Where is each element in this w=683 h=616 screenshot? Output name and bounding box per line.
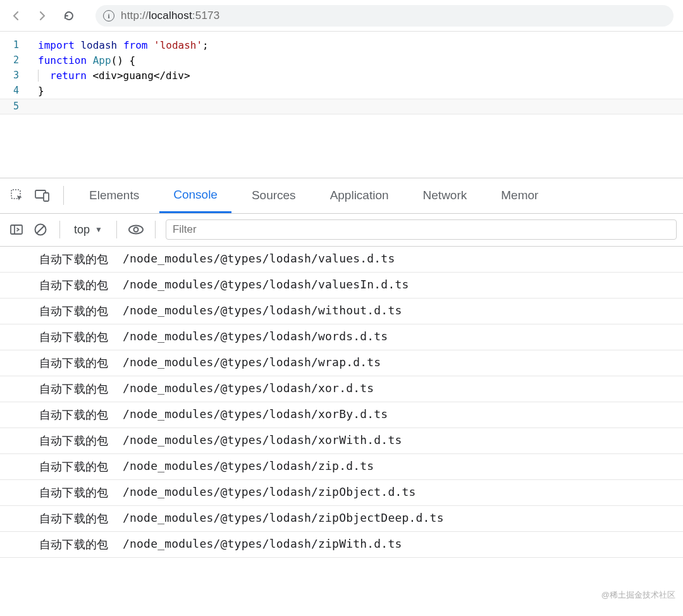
clear-console-icon[interactable]	[32, 221, 49, 238]
code-content: function App() {	[38, 53, 135, 68]
line-number: 1	[0, 38, 38, 53]
device-toggle-icon[interactable]	[33, 186, 52, 205]
message-path: /node_modules/@types/lodash/valuesIn.d.t…	[123, 278, 409, 293]
svg-rect-3	[11, 225, 22, 234]
message-path: /node_modules/@types/lodash/zip.d.ts	[123, 459, 374, 474]
message-prefix: 自动下载的包	[39, 511, 114, 526]
code-line: 3 return <div>guang</div>	[0, 68, 683, 83]
message-path: /node_modules/@types/lodash/xor.d.ts	[123, 381, 374, 397]
console-message[interactable]: 自动下载的包/node_modules/@types/lodash/values…	[0, 273, 683, 299]
line-number: 4	[0, 83, 38, 99]
message-path: /node_modules/@types/lodash/zipObjectDee…	[123, 511, 444, 526]
divider	[155, 221, 156, 238]
forward-button[interactable]	[36, 9, 51, 22]
console-message[interactable]: 自动下载的包/node_modules/@types/lodash/xorWit…	[0, 428, 683, 454]
message-path: /node_modules/@types/lodash/words.d.ts	[123, 330, 388, 345]
svg-rect-2	[44, 193, 49, 201]
code-editor[interactable]: 1 import lodash from 'lodash'; 2 functio…	[0, 32, 683, 127]
message-prefix: 自动下载的包	[39, 304, 114, 319]
code-line: 4 }	[0, 83, 683, 99]
tab-console[interactable]: Console	[159, 178, 231, 213]
code-content: import lodash from 'lodash';	[38, 38, 209, 53]
message-prefix: 自动下载的包	[39, 433, 114, 448]
code-line: 2 function App() {	[0, 53, 683, 68]
code-content: }	[38, 83, 44, 99]
message-prefix: 自动下载的包	[39, 381, 114, 397]
watermark: @稀土掘金技术社区	[601, 589, 675, 601]
divider	[59, 221, 60, 238]
url-text: http://localhost:5173	[121, 9, 219, 22]
back-button[interactable]	[9, 9, 25, 22]
message-path: /node_modules/@types/lodash/zipObject.d.…	[123, 485, 416, 500]
console-message[interactable]: 自动下载的包/node_modules/@types/lodash/xor.d.…	[0, 376, 683, 402]
devtools-panel: Elements Console Sources Application Net…	[0, 178, 683, 558]
chevron-down-icon: ▼	[95, 225, 102, 234]
message-path: /node_modules/@types/lodash/xorWith.d.ts	[123, 433, 402, 448]
code-line-active: 5	[0, 99, 683, 114]
code-content: return <div>guang</div>	[38, 68, 190, 83]
message-prefix: 自动下载的包	[39, 537, 114, 552]
svg-line-6	[37, 226, 44, 233]
console-message[interactable]: 自动下载的包/node_modules/@types/lodash/xorBy.…	[0, 402, 683, 428]
inspect-icon[interactable]	[8, 186, 27, 205]
tab-application[interactable]: Application	[316, 178, 403, 213]
live-expression-icon[interactable]	[127, 221, 145, 238]
message-path: /node_modules/@types/lodash/zipWith.d.ts	[123, 537, 402, 552]
console-message[interactable]: 自动下载的包/node_modules/@types/lodash/words.…	[0, 324, 683, 350]
svg-point-7	[129, 226, 143, 234]
console-output: 自动下载的包/node_modules/@types/lodash/values…	[0, 247, 683, 558]
tab-sources[interactable]: Sources	[238, 178, 310, 213]
reload-button[interactable]	[63, 9, 78, 22]
console-toolbar: top ▼	[0, 214, 683, 247]
message-prefix: 自动下载的包	[39, 330, 114, 345]
message-prefix: 自动下载的包	[39, 485, 114, 500]
console-message[interactable]: 自动下载的包/node_modules/@types/lodash/zipObj…	[0, 506, 683, 532]
console-message[interactable]: 自动下载的包/node_modules/@types/lodash/wrap.d…	[0, 350, 683, 376]
line-number: 3	[0, 68, 38, 83]
message-prefix: 自动下载的包	[39, 407, 114, 422]
message-prefix: 自动下载的包	[39, 355, 114, 371]
console-message[interactable]: 自动下载的包/node_modules/@types/lodash/zipWit…	[0, 532, 683, 558]
divider	[116, 221, 117, 238]
tab-elements[interactable]: Elements	[75, 178, 153, 213]
line-number: 2	[0, 53, 38, 68]
message-path: /node_modules/@types/lodash/without.d.ts	[123, 304, 402, 319]
tab-memory[interactable]: Memor	[487, 178, 552, 213]
code-line: 1 import lodash from 'lodash';	[0, 38, 683, 53]
console-message[interactable]: 自动下载的包/node_modules/@types/lodash/zip.d.…	[0, 454, 683, 480]
message-path: /node_modules/@types/lodash/xorBy.d.ts	[123, 407, 388, 422]
console-message[interactable]: 自动下载的包/node_modules/@types/lodash/values…	[0, 247, 683, 273]
site-info-icon[interactable]: i	[103, 10, 114, 22]
message-prefix: 自动下载的包	[39, 252, 114, 267]
context-label: top	[74, 223, 90, 237]
tab-network[interactable]: Network	[409, 178, 481, 213]
console-sidebar-toggle-icon[interactable]	[8, 221, 25, 238]
message-prefix: 自动下载的包	[39, 278, 114, 293]
browser-toolbar: i http://localhost:5173	[0, 0, 683, 32]
filter-input[interactable]	[166, 219, 677, 240]
message-prefix: 自动下载的包	[39, 459, 114, 474]
console-message[interactable]: 自动下载的包/node_modules/@types/lodash/withou…	[0, 299, 683, 324]
divider	[63, 186, 64, 205]
message-path: /node_modules/@types/lodash/wrap.d.ts	[123, 355, 381, 371]
execution-context-selector[interactable]: top ▼	[70, 223, 106, 237]
url-bar[interactable]: i http://localhost:5173	[95, 5, 674, 27]
line-number: 5	[0, 99, 38, 114]
message-path: /node_modules/@types/lodash/values.d.ts	[123, 252, 395, 267]
console-message[interactable]: 自动下载的包/node_modules/@types/lodash/zipObj…	[0, 480, 683, 506]
svg-point-8	[133, 228, 138, 232]
devtools-tabs: Elements Console Sources Application Net…	[0, 178, 683, 214]
